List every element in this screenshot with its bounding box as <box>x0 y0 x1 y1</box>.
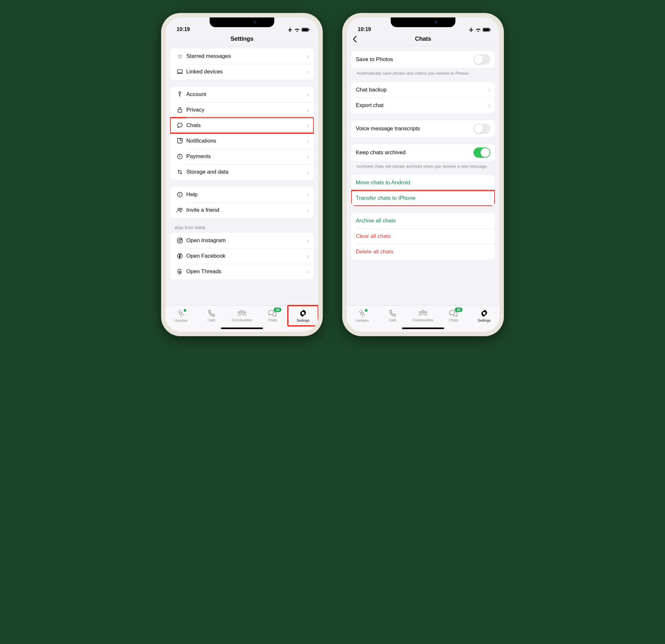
status-icons <box>469 27 491 32</box>
chat-icon <box>175 122 185 129</box>
unread-dot <box>365 309 367 312</box>
chevron-right-icon: › <box>307 253 309 260</box>
tab-calls[interactable]: Calls <box>196 306 226 326</box>
settings-content[interactable]: ☆ Starred messages › Linked devices › <box>166 46 318 305</box>
row-help[interactable]: Help › <box>170 187 314 202</box>
tab-calls[interactable]: Calls <box>377 306 407 326</box>
toggle-keep-archived[interactable] <box>474 148 490 158</box>
row-label: Linked devices <box>185 69 307 75</box>
page-title: Chats <box>351 36 495 42</box>
battery-icon <box>482 28 491 32</box>
row-storage-data[interactable]: Storage and data › <box>170 164 314 180</box>
status-icons <box>287 27 310 32</box>
tab-label: Chats <box>449 318 458 322</box>
row-linked-devices[interactable]: Linked devices › <box>170 64 314 80</box>
chevron-right-icon: › <box>307 169 309 176</box>
tab-settings[interactable]: Settings <box>288 306 318 326</box>
tab-communities[interactable]: Communities <box>408 306 438 326</box>
screen: 10:19 Settings ☆ Starred messages › <box>166 17 318 332</box>
row-label: Account <box>185 91 307 98</box>
svg-point-7 <box>180 138 183 141</box>
phone-left: 10:19 Settings ☆ Starred messages › <box>161 13 323 336</box>
chats-icon: 32 <box>449 309 458 317</box>
home-indicator[interactable] <box>402 328 444 329</box>
row-move-android[interactable]: Move chats to Android <box>351 175 495 191</box>
svg-rect-1 <box>302 28 308 31</box>
info-icon <box>175 191 185 198</box>
calls-icon <box>208 309 215 317</box>
updates-icon <box>177 309 185 317</box>
tab-chats[interactable]: 32 Chats <box>257 306 287 326</box>
svg-point-24 <box>361 312 364 315</box>
row-invite-friend[interactable]: Invite a friend › <box>170 202 314 218</box>
page-header: Chats <box>347 33 499 46</box>
chats-badge: 32 <box>273 308 281 312</box>
row-label: Delete all chats <box>356 249 490 255</box>
row-open-threads[interactable]: Open Threads › <box>170 264 314 279</box>
phone-right: 10:19 Chats Save to Photos Automatically… <box>342 13 504 336</box>
row-payments[interactable]: ₹ Payments › <box>170 149 314 164</box>
row-label: Chats <box>185 122 307 129</box>
chats-settings-content[interactable]: Save to Photos Automatically save photos… <box>347 46 499 305</box>
chevron-right-icon: › <box>307 237 309 245</box>
row-label: Save to Photos <box>356 56 474 63</box>
group-archive: Keep chats archived <box>351 144 495 161</box>
row-voice-transcripts[interactable]: Voice message transcripts <box>351 120 495 137</box>
row-account[interactable]: Account › <box>170 86 314 102</box>
row-archive-all[interactable]: Archive all chats <box>351 213 495 229</box>
row-delete-all[interactable]: Delete all chats <box>351 244 495 260</box>
row-label: Move chats to Android <box>356 179 490 186</box>
row-open-facebook[interactable]: Open Facebook › <box>170 248 314 264</box>
svg-point-20 <box>244 312 246 313</box>
screen: 10:19 Chats Save to Photos Automatically… <box>347 17 499 332</box>
tab-label: Chats <box>268 318 277 322</box>
row-label: Transfer chats to iPhone <box>356 195 490 201</box>
communities-icon <box>419 309 428 317</box>
toggle-save-photos[interactable] <box>474 54 490 65</box>
svg-point-27 <box>425 312 426 313</box>
back-button[interactable] <box>353 36 357 43</box>
toggle-voice-transcripts[interactable] <box>474 123 490 134</box>
row-privacy[interactable]: Privacy › <box>170 102 314 118</box>
row-chats[interactable]: Chats › <box>170 118 314 133</box>
key-icon <box>175 91 185 98</box>
meta-section-header: Also from Meta <box>170 225 314 233</box>
tab-label: Calls <box>207 318 215 322</box>
tab-label: Calls <box>388 318 396 322</box>
wifi-icon <box>294 28 300 32</box>
row-chat-backup[interactable]: Chat backup › <box>351 82 495 98</box>
tab-chats[interactable]: 32 Chats <box>438 306 469 326</box>
tab-label: Communities <box>413 318 433 322</box>
tab-label: Updates <box>356 318 369 322</box>
tab-updates[interactable]: Updates <box>166 306 196 326</box>
tab-settings[interactable]: Settings <box>469 306 499 326</box>
communities-icon <box>238 309 246 317</box>
svg-point-14 <box>179 239 181 242</box>
svg-point-18 <box>241 310 243 313</box>
svg-point-26 <box>419 312 421 313</box>
row-keep-archived[interactable]: Keep chats archived <box>351 144 495 161</box>
row-export-chat[interactable]: Export chat › <box>351 98 495 113</box>
svg-rect-3 <box>177 70 182 73</box>
group-backup: Chat backup › Export chat › <box>351 82 495 113</box>
tab-updates[interactable]: Updates <box>347 306 377 326</box>
row-label: Invite a friend <box>185 207 307 213</box>
row-save-to-photos[interactable]: Save to Photos <box>351 51 495 68</box>
row-open-instagram[interactable]: Open Instagram › <box>170 233 314 248</box>
tab-label: Settings <box>297 318 309 322</box>
settings-group-1: ☆ Starred messages › Linked devices › <box>170 48 314 80</box>
svg-point-25 <box>422 310 424 313</box>
row-label: Chat backup <box>356 86 488 93</box>
row-transfer-iphone[interactable]: Transfer chats to iPhone <box>351 191 495 206</box>
notch <box>391 17 455 27</box>
home-indicator[interactable] <box>221 328 263 329</box>
svg-point-11 <box>178 208 180 210</box>
notch <box>210 17 274 27</box>
rupee-icon: ₹ <box>175 153 185 160</box>
row-notifications[interactable]: Notifications › <box>170 133 314 149</box>
settings-group-3: Help › Invite a friend › <box>170 187 314 218</box>
tab-communities[interactable]: Communities <box>227 306 257 326</box>
row-clear-all[interactable]: Clear all chats <box>351 229 495 244</box>
unread-dot <box>184 309 186 312</box>
row-starred-messages[interactable]: ☆ Starred messages › <box>170 48 314 64</box>
